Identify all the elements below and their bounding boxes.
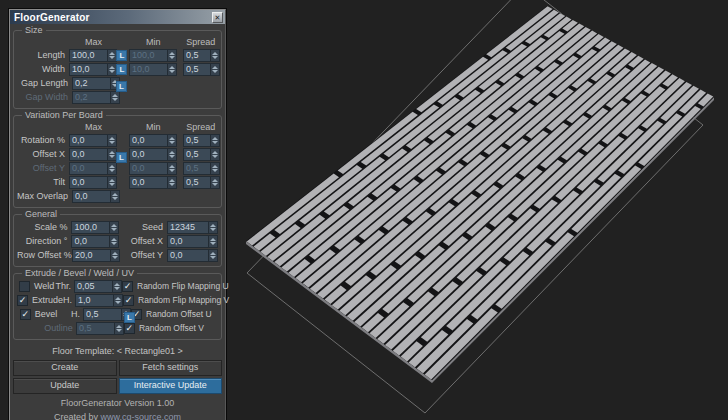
width-label: Width bbox=[17, 64, 69, 74]
seed-spinner[interactable] bbox=[208, 222, 217, 233]
variation-header-spread: Spread bbox=[184, 122, 218, 132]
row-outline: Outline 0,5 ✓ Random Offset V bbox=[17, 322, 218, 334]
scale-field[interactable]: 100,0 bbox=[71, 221, 119, 234]
offset-x-spread-field[interactable]: 0,5 bbox=[183, 148, 220, 161]
random-flip-u-checkbox[interactable]: ✓ bbox=[122, 281, 133, 292]
group-variation-title: Variation Per Board bbox=[22, 110, 106, 120]
update-button[interactable]: Update bbox=[13, 378, 117, 394]
weld-threshold-spinner[interactable] bbox=[112, 281, 121, 292]
check-icon: ✓ bbox=[124, 281, 132, 291]
tilt-min-field[interactable]: 0,0 bbox=[129, 176, 177, 189]
seed-field[interactable]: 12345 bbox=[167, 221, 218, 234]
gap-length-field[interactable]: 0,2 bbox=[72, 77, 120, 90]
bevel-checkbox[interactable]: ✓ bbox=[20, 309, 31, 320]
create-button[interactable]: Create bbox=[13, 360, 117, 376]
rotation-min-field[interactable]: 0,0 bbox=[129, 134, 177, 147]
offset-x-min-field[interactable]: 0,0 bbox=[129, 148, 177, 161]
bevel-lock-button[interactable]: L bbox=[124, 312, 135, 323]
offset-y-min-field[interactable]: 0,0 bbox=[129, 162, 177, 175]
tilt-spread-field[interactable]: 0,5 bbox=[183, 176, 220, 189]
width-min-spinner[interactable] bbox=[167, 64, 176, 75]
group-size: Size Max Min Spread Length 100,0 L 100,0… bbox=[13, 30, 222, 109]
width-min-field[interactable]: 10,0 bbox=[129, 63, 177, 76]
offset-y-max-field[interactable]: 0,0 bbox=[69, 162, 117, 175]
tilt-min-spinner[interactable] bbox=[167, 177, 176, 188]
offset-y-spread-spinner[interactable] bbox=[210, 163, 219, 174]
check-icon: ✓ bbox=[126, 323, 134, 333]
width-max-field[interactable]: 10,0 bbox=[69, 63, 117, 76]
close-button[interactable]: ✕ bbox=[212, 12, 223, 23]
gap-lock-button[interactable]: L bbox=[116, 81, 127, 92]
close-icon: ✕ bbox=[215, 14, 221, 21]
length-max-spinner[interactable] bbox=[107, 50, 116, 61]
floor-template-button[interactable]: Floor Template: < Rectangle01 > bbox=[13, 345, 222, 358]
variation-column-headers: Max Min Spread bbox=[17, 122, 218, 132]
general-offset-x-field[interactable]: 0,0 bbox=[167, 235, 218, 248]
tilt-max-field[interactable]: 0,0 bbox=[69, 176, 117, 189]
offset-y-max-spinner[interactable] bbox=[107, 163, 116, 174]
outline-field[interactable]: 0,5 bbox=[76, 322, 124, 335]
weld-checkbox[interactable] bbox=[19, 281, 30, 292]
length-lock-button[interactable]: L bbox=[116, 50, 127, 61]
width-max-spinner[interactable] bbox=[107, 64, 116, 75]
general-offset-y-spinner[interactable] bbox=[208, 250, 217, 261]
general-offset-y-field[interactable]: 0,0 bbox=[167, 249, 218, 262]
tilt-label: Tilt bbox=[17, 177, 69, 187]
row-offset-spinner[interactable] bbox=[110, 250, 119, 261]
bevel-height-label: H. bbox=[65, 309, 83, 319]
length-min-spinner[interactable] bbox=[167, 50, 176, 61]
rotation-max-field[interactable]: 0,0 bbox=[69, 134, 117, 147]
fetch-settings-button[interactable]: Fetch settings bbox=[119, 360, 223, 376]
length-max-field[interactable]: 100,0 bbox=[69, 49, 117, 62]
extrude-checkbox[interactable]: ✓ bbox=[17, 295, 28, 306]
offset-x-spread-spinner[interactable] bbox=[210, 149, 219, 160]
offset-lock-button[interactable]: L bbox=[116, 152, 127, 163]
variation-header-max: Max bbox=[71, 122, 116, 132]
length-spread-field[interactable]: 0,5 bbox=[183, 49, 220, 62]
dialog-titlebar[interactable]: FloorGenerator ✕ bbox=[10, 10, 225, 24]
direction-spinner[interactable] bbox=[109, 236, 118, 247]
random-flip-u-label: Random Flip Mapping U bbox=[133, 281, 229, 291]
random-flip-v-checkbox[interactable]: ✓ bbox=[123, 295, 134, 306]
scale-label: Scale % bbox=[17, 222, 71, 232]
offset-x-min-spinner[interactable] bbox=[167, 149, 176, 160]
offset-x-max-spinner[interactable] bbox=[107, 149, 116, 160]
row-rowoffset-offsety: Row Offset % 20,0 Offset Y 0,0 bbox=[17, 249, 218, 261]
width-spread-field[interactable]: 0,5 bbox=[183, 63, 220, 76]
random-offset-v-checkbox[interactable]: ✓ bbox=[124, 323, 135, 334]
gap-width-field[interactable]: 0,2 bbox=[72, 91, 120, 104]
group-general-title: General bbox=[22, 209, 60, 219]
offset-x-max-field[interactable]: 0,0 bbox=[69, 148, 117, 161]
row-offset-field[interactable]: 20,0 bbox=[72, 249, 120, 262]
offset-y-min-spinner[interactable] bbox=[167, 163, 176, 174]
gap-width-spinner[interactable] bbox=[110, 92, 119, 103]
rotation-spread-spinner[interactable] bbox=[210, 135, 219, 146]
outline-spinner[interactable] bbox=[114, 323, 123, 334]
floorgenerator-dialog: FloorGenerator ✕ Size Max Min Spread Len… bbox=[9, 9, 226, 420]
credit-line: Created by www.cg-source.com bbox=[10, 412, 225, 420]
row-extrude: ✓ Extrude H. 1,0 ✓ Random Flip Mapping V bbox=[17, 294, 218, 306]
extrude-height-field[interactable]: 1,0 bbox=[75, 294, 123, 307]
tilt-spread-spinner[interactable] bbox=[210, 177, 219, 188]
max-overlap-spinner[interactable] bbox=[110, 191, 119, 202]
max-overlap-field[interactable]: 0,0 bbox=[72, 190, 120, 203]
rotation-spread-field[interactable]: 0,5 bbox=[183, 134, 220, 147]
width-spread-spinner[interactable] bbox=[210, 64, 219, 75]
width-lock-button[interactable]: L bbox=[116, 64, 127, 75]
cg-source-link[interactable]: www.cg-source.com bbox=[101, 412, 182, 420]
extrude-height-spinner[interactable] bbox=[113, 295, 122, 306]
row-offset-y: Offset Y 0,0 0,0 0,5 bbox=[17, 162, 218, 174]
scale-spinner[interactable] bbox=[109, 222, 118, 233]
weld-threshold-field[interactable]: 0,05 bbox=[74, 280, 122, 293]
general-offset-x-spinner[interactable] bbox=[208, 236, 217, 247]
group-variation: Variation Per Board Max Min Spread Rotat… bbox=[13, 115, 222, 208]
interactive-update-button[interactable]: Interactive Update bbox=[119, 378, 223, 394]
tilt-max-spinner[interactable] bbox=[107, 177, 116, 188]
length-min-field[interactable]: 100,0 bbox=[129, 49, 177, 62]
rotation-max-spinner[interactable] bbox=[107, 135, 116, 146]
length-spread-spinner[interactable] bbox=[210, 50, 219, 61]
seed-label: Seed bbox=[117, 222, 167, 232]
direction-field[interactable]: 0,0 bbox=[71, 235, 119, 248]
offset-y-spread-field[interactable]: 0,5 bbox=[183, 162, 220, 175]
rotation-min-spinner[interactable] bbox=[167, 135, 176, 146]
